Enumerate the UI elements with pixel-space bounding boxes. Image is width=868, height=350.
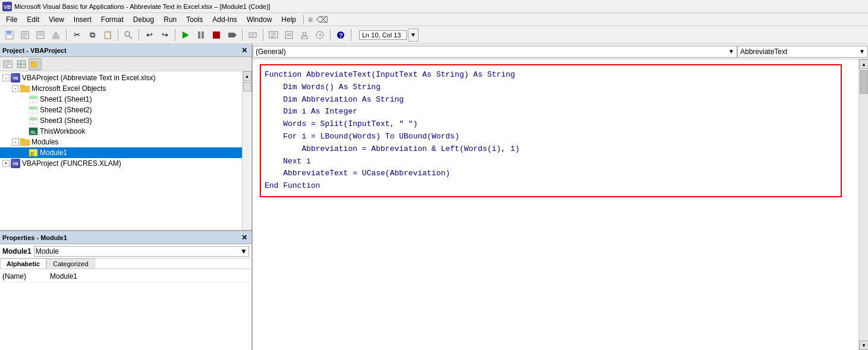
tree-expand-vbaproject[interactable]: - xyxy=(2,74,10,81)
toolbar-run-btn[interactable] xyxy=(178,28,193,42)
menu-insert[interactable]: Insert xyxy=(69,14,96,25)
project-tree[interactable]: - VB VBAProject (Abbreviate Text in Exce… xyxy=(0,71,251,230)
toolbar-paste-btn[interactable]: 📋 xyxy=(100,28,115,42)
tree-item-vbaproject-excel[interactable]: - VB VBAProject (Abbreviate Text in Exce… xyxy=(0,72,251,83)
code-scroll-track[interactable] xyxy=(859,69,868,340)
code-proc-arrow: ▼ xyxy=(859,48,865,55)
svg-text:{}: {} xyxy=(30,151,34,156)
menu-extra-icon-1: ≡ xyxy=(306,15,315,24)
menu-help[interactable]: Help xyxy=(276,14,301,25)
thisworkbook-icon: XL xyxy=(29,127,38,136)
tree-scroll-up[interactable]: ▲ xyxy=(243,71,251,81)
toolbar-stop-btn[interactable] xyxy=(209,28,224,42)
tree-item-excel-objects[interactable]: - Microsoft Excel Objects xyxy=(0,83,251,94)
tree-label-module1: Module1 xyxy=(40,149,67,157)
code-scroll-down[interactable]: ▼ xyxy=(859,340,868,350)
menu-addins[interactable]: Add-Ins xyxy=(207,14,241,25)
prop-name-name: (Name) xyxy=(2,272,50,280)
svg-rect-66 xyxy=(30,121,33,123)
svg-text:VB: VB xyxy=(4,4,11,10)
excel-objects-icon xyxy=(20,84,30,93)
code-scroll-up[interactable]: ▲ xyxy=(859,59,868,69)
sheet3-icon xyxy=(29,116,38,125)
properties-panel-title: Properties - Module1 xyxy=(2,234,67,241)
menu-file[interactable]: File xyxy=(1,14,22,25)
project-panel-close[interactable]: ✕ xyxy=(240,46,249,55)
project-tree-scrollbar[interactable]: ▲ xyxy=(242,71,251,230)
toolbar-ob-btn[interactable] xyxy=(297,28,312,42)
svg-marker-20 xyxy=(234,33,237,37)
toolbar-props-btn[interactable] xyxy=(282,28,296,42)
properties-tab-categorized[interactable]: Categorized xyxy=(46,258,95,269)
toolbar-project-btn[interactable] xyxy=(266,28,281,42)
code-line-4: Dim i As Integer xyxy=(265,106,837,118)
project-view-object-btn[interactable] xyxy=(15,58,28,70)
properties-panel-header: Properties - Module1 ✕ xyxy=(0,231,251,244)
tree-label-excel-objects: Microsoft Excel Objects xyxy=(32,84,106,93)
menu-run[interactable]: Run xyxy=(159,14,181,25)
code-vscrollbar[interactable]: ▲ ▼ xyxy=(858,59,868,350)
tree-expand-excel-objects[interactable]: - xyxy=(12,85,19,92)
tree-item-module1[interactable]: {} Module1 xyxy=(0,147,251,158)
properties-module-dropdown[interactable]: Module ▼ xyxy=(34,246,249,257)
code-area[interactable]: Function AbbreviateText(InputText As Str… xyxy=(253,59,858,350)
code-procedure-dropdown[interactable]: AbbreviateText ▼ xyxy=(737,46,868,58)
toolbar-cut-btn[interactable]: ✂ xyxy=(70,28,84,42)
properties-tab-alphabetic[interactable]: Alphabetic xyxy=(0,258,46,269)
code-line-10: End Function xyxy=(265,180,837,193)
properties-row-name: (Name) Module1 xyxy=(2,270,249,282)
toolbar-wwatch-btn[interactable] xyxy=(313,28,327,42)
tree-item-sheet1[interactable]: Sheet1 (Sheet1) xyxy=(0,94,251,105)
tree-label-sheet1: Sheet1 (Sheet1) xyxy=(40,95,92,103)
code-scroll-thumb[interactable] xyxy=(860,70,868,94)
tree-label-funcres: VBAProject (FUNCRES.XLAM) xyxy=(22,159,121,168)
menu-bar: File Edit View Insert Format Debug Run T… xyxy=(0,13,868,26)
code-general-dropdown[interactable]: (General) ▼ xyxy=(253,46,737,58)
toolbar-sep-4 xyxy=(175,29,175,41)
toolbar-btn-4[interactable] xyxy=(49,28,63,42)
tree-item-modules[interactable]: - Modules xyxy=(0,137,251,147)
toolbar-save-btn[interactable] xyxy=(2,28,17,42)
menu-debug[interactable]: Debug xyxy=(128,14,159,25)
toolbar-pause-btn[interactable] xyxy=(194,28,208,42)
menu-window[interactable]: Window xyxy=(242,14,277,25)
tree-expand-modules[interactable]: - xyxy=(12,138,19,146)
toolbar-reset-btn[interactable] xyxy=(225,28,239,42)
code-block-highlighted: Function AbbreviateText(InputText As Str… xyxy=(260,64,842,197)
tree-scroll-thumb[interactable] xyxy=(243,82,251,92)
toolbar-position: Ln 10, Col 13 xyxy=(359,30,407,40)
tree-item-funcres[interactable]: + VB VBAProject (FUNCRES.XLAM) xyxy=(0,158,251,169)
toolbar-find-btn[interactable] xyxy=(121,28,136,42)
properties-module-dropdown-arrow: ▼ xyxy=(240,247,247,256)
tree-item-sheet3[interactable]: Sheet3 (Sheet3) xyxy=(0,115,251,126)
toolbar-pos-dropdown[interactable]: ▼ xyxy=(408,29,419,42)
tree-expand-funcres[interactable]: + xyxy=(2,160,10,167)
toolbar-btn-2[interactable] xyxy=(18,28,32,42)
tree-item-thisworkbook[interactable]: XL ThisWorkbook xyxy=(0,126,251,137)
menu-format[interactable]: Format xyxy=(96,14,128,25)
tree-item-sheet2[interactable]: Sheet2 (Sheet2) xyxy=(0,105,251,115)
properties-module-row: Module1 Module ▼ xyxy=(0,244,251,258)
toolbar-sep-6 xyxy=(263,29,263,41)
left-panel: Project - VBAProject ✕ xyxy=(0,44,253,350)
toolbar-btn-3[interactable] xyxy=(33,28,48,42)
menu-edit[interactable]: Edit xyxy=(22,14,44,25)
toolbar-design-btn[interactable] xyxy=(246,28,260,42)
menu-tools[interactable]: Tools xyxy=(181,14,207,25)
svg-rect-17 xyxy=(202,31,204,39)
vbaproject-icon: VB xyxy=(11,73,20,83)
code-line-6: For i = LBound(Words) To UBound(Words) xyxy=(265,131,837,143)
toolbar-redo-btn[interactable]: ↪ xyxy=(158,28,172,42)
project-view-code-btn[interactable] xyxy=(1,58,14,70)
svg-rect-28 xyxy=(285,31,293,39)
svg-rect-3 xyxy=(7,31,11,34)
toolbar-undo-btn[interactable]: ↩ xyxy=(142,28,156,42)
tree-label-sheet2: Sheet2 (Sheet2) xyxy=(40,106,92,114)
project-toggle-folders-btn[interactable] xyxy=(29,58,42,70)
menu-view[interactable]: View xyxy=(44,14,69,25)
modules-icon xyxy=(20,137,30,147)
toolbar-copy-btn[interactable]: ⧉ xyxy=(85,28,99,42)
code-line-1: Function AbbreviateText(InputText As Str… xyxy=(265,69,837,81)
properties-panel-close[interactable]: ✕ xyxy=(240,233,249,242)
toolbar-help-btn[interactable]: ? xyxy=(334,28,348,42)
